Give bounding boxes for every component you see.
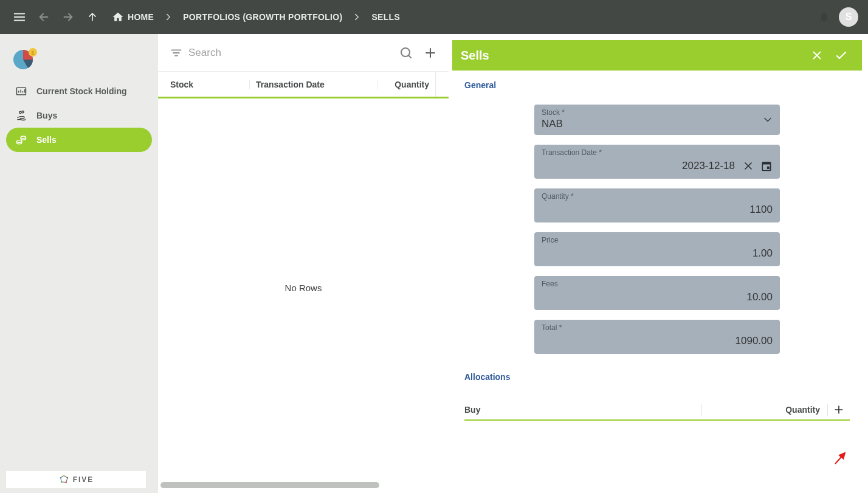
breadcrumb-label: PORTFOLIOS (GROWTH PORTFOLIO) [183, 12, 342, 22]
breadcrumb-sells[interactable]: SELLS [367, 5, 405, 29]
sidebar: $ Current Stock Holding Buys Sells [0, 34, 158, 493]
transaction-date-label: Transaction Date * [542, 148, 773, 157]
empty-state-label: No Rows [285, 283, 322, 293]
close-icon[interactable] [805, 43, 829, 67]
svg-point-10 [61, 481, 62, 483]
allocations-header: Buy Quantity [464, 396, 850, 421]
avatar-initial: S [846, 12, 852, 22]
up-icon[interactable] [80, 5, 105, 29]
form-pane: Sells General Stock * NAB [452, 40, 862, 493]
brand-mark-icon [58, 474, 69, 485]
avatar: S [839, 7, 858, 27]
total-label: Total * [542, 323, 773, 332]
dashboard-icon [15, 84, 28, 98]
chevron-right-icon [161, 5, 176, 29]
breadcrumb-label: SELLS [371, 12, 400, 22]
stock-value: NAB [542, 117, 773, 130]
fees-value: 10.00 [542, 291, 773, 303]
breadcrumb-portfolios[interactable]: PORTFOLIOS (GROWTH PORTFOLIO) [178, 5, 347, 29]
clear-date-icon[interactable] [742, 160, 754, 172]
sidebar-item-label: Buys [36, 111, 57, 120]
coins-icon [15, 133, 28, 147]
column-header-quantity[interactable]: Quantity [377, 80, 435, 89]
svg-rect-15 [762, 162, 770, 164]
form-header: Sells [452, 40, 862, 71]
svg-point-9 [60, 477, 61, 478]
svg-point-7 [21, 136, 26, 139]
confirm-icon[interactable] [829, 43, 853, 67]
sidebar-item-current-stock-holding[interactable]: Current Stock Holding [6, 79, 152, 103]
menu-icon[interactable] [7, 5, 32, 29]
quantity-field[interactable]: Quantity * 1100 [534, 188, 780, 222]
list-pane: Stock Transaction Date Quantity No Rows [158, 34, 449, 493]
table-body: No Rows [158, 98, 449, 477]
quantity-value: 1100 [542, 204, 773, 216]
filter-list-icon[interactable] [164, 41, 188, 65]
transaction-date-value: 2023-12-18 [542, 160, 735, 172]
brand-bar: FIVE [6, 471, 146, 488]
section-title-general: General [464, 80, 850, 90]
total-field[interactable]: Total * 1090.00 [534, 320, 780, 354]
svg-point-11 [65, 481, 66, 483]
fees-label: Fees [542, 280, 773, 288]
breadcrumb: HOME PORTFOLIOS (GROWTH PORTFOLIO) SELLS [107, 5, 405, 29]
search-icon[interactable] [394, 41, 418, 65]
svg-rect-16 [767, 167, 770, 169]
breadcrumb-home[interactable]: HOME [107, 5, 159, 29]
add-button[interactable] [418, 41, 443, 65]
sidebar-item-label: Sells [36, 135, 57, 145]
calendar-icon[interactable] [760, 160, 773, 172]
stock-label: Stock * [542, 108, 773, 117]
chevron-right-icon [350, 5, 364, 29]
price-label: Price [542, 236, 773, 244]
total-value: 1090.00 [542, 335, 773, 347]
search-input[interactable] [188, 47, 394, 59]
column-header-buy[interactable]: Buy [464, 405, 701, 415]
svg-text:$: $ [31, 50, 34, 56]
column-header-stock[interactable]: Stock [164, 80, 249, 89]
price-field[interactable]: Price 1.00 [534, 232, 780, 266]
add-allocation-button[interactable] [828, 404, 850, 416]
table-header: Stock Transaction Date Quantity [158, 72, 449, 98]
breadcrumb-home-label: HOME [128, 12, 154, 22]
svg-point-12 [66, 477, 67, 478]
back-icon[interactable] [32, 5, 56, 29]
sidebar-item-sells[interactable]: Sells [6, 128, 152, 152]
form-title: Sells [461, 49, 805, 63]
brand-label: FIVE [73, 475, 94, 484]
section-title-allocations: Allocations [464, 372, 850, 382]
price-value: 1.00 [542, 247, 773, 260]
stock-field[interactable]: Stock * NAB [534, 105, 780, 135]
quantity-label: Quantity * [542, 192, 773, 201]
svg-point-6 [17, 140, 22, 143]
bell-icon[interactable] [812, 5, 836, 29]
list-footer [158, 477, 449, 493]
hand-coins-icon [15, 109, 28, 122]
svg-point-5 [22, 111, 24, 113]
column-header-transaction-date[interactable]: Transaction Date [249, 80, 377, 89]
avatar-button[interactable]: S [836, 5, 861, 29]
home-icon [112, 11, 124, 23]
searchbar [158, 34, 449, 72]
sidebar-item-label: Current Stock Holding [36, 86, 127, 96]
topbar: HOME PORTFOLIOS (GROWTH PORTFOLIO) SELLS… [0, 0, 868, 34]
column-header-alloc-quantity[interactable]: Quantity [702, 405, 827, 415]
horizontal-scrollbar[interactable] [160, 482, 379, 488]
sidebar-item-buys[interactable]: Buys [6, 103, 152, 128]
svg-point-4 [19, 111, 21, 113]
fees-field[interactable]: Fees 10.00 [534, 276, 780, 310]
transaction-date-field[interactable]: Transaction Date * 2023-12-18 [534, 145, 780, 179]
app-logo: $ [6, 41, 152, 79]
chevron-down-icon [762, 114, 774, 126]
svg-point-8 [63, 475, 64, 476]
forward-icon[interactable] [56, 5, 80, 29]
